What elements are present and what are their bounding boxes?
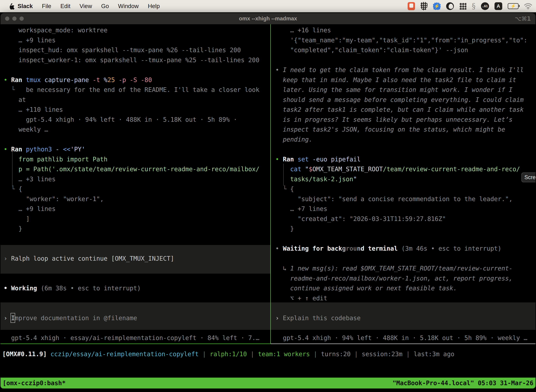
terminal-row: gpt-5.4 xhigh · essay/ai-reimplementatio… <box>4 334 259 341</box>
terminal-row: readme-and-reco/mailbox/worker-1.json, a… <box>275 275 513 282</box>
pane-divider[interactable] <box>270 24 271 344</box>
terminal-row: keep that in mind. Maybe I also need the… <box>275 76 516 84</box>
terminal-row: "created_at": "2026-03-31T11:59:27.816Z" <box>275 215 446 222</box>
menu-bar: SlackFileEditViewGoWindowHelp ⚡ § ..61 A… <box>0 0 536 12</box>
battery-percent-badge-icon[interactable]: ..61 <box>481 2 489 10</box>
tmux-session-label[interactable]: [omx-cczip0:bash* <box>3 379 66 387</box>
terminal-row: p = Path('.omx/state/team/review-current… <box>4 166 259 173</box>
shield-grid-icon[interactable] <box>421 2 427 10</box>
terminal-row: "worker": "worker-1", <box>4 196 104 202</box>
terminal-row: › Explain this codebase <box>275 315 361 322</box>
menu-item-file[interactable]: File <box>42 3 51 9</box>
left-pane-border <box>0 344 271 344</box>
terminal-row: … +7 lines <box>275 205 327 212</box>
input-source-icon[interactable]: A <box>494 2 502 10</box>
terminal-row: › Improve documentation in @filename <box>4 315 137 322</box>
menu-item-window[interactable]: Window <box>118 3 139 9</box>
terminal-row: cat "$OMX_TEAM_STATE_ROOT/team/review-cu… <box>275 166 520 173</box>
terminal-row: } <box>4 225 22 232</box>
terminal-row: pending. <box>275 136 312 143</box>
messenger-icon[interactable]: ⚡ <box>433 2 441 10</box>
charging-bolt-icon: ⚡ <box>511 4 516 8</box>
dark-mode-moon-icon[interactable] <box>446 2 454 10</box>
left-pane-buffer[interactable]: workspace_mode: worktree … +9 lines insp… <box>0 25 270 344</box>
terminal-row: … +110 lines <box>4 106 63 113</box>
screen: SlackFileEditViewGoWindowHelp ⚡ § ..61 A… <box>0 0 536 392</box>
terminal-row: ] <box>4 215 30 222</box>
terminal-row: task2 after task1 is complete, but can I… <box>275 106 524 113</box>
terminal-row: weekly … <box>4 126 48 133</box>
terminal-row: inspect_worker-1: omx sparkshell --tmux-… <box>4 56 259 64</box>
terminal-row: '{"team_name":"my-team","task_id":"1","f… <box>275 37 527 44</box>
battery-charging-icon[interactable]: ⚡ <box>508 3 519 9</box>
terminal-row: "subject": "send a concise recommendatio… <box>275 196 513 202</box>
apple-logo-icon[interactable] <box>9 3 14 10</box>
tmux-status-bar[interactable]: [omx-cczip0:bash* "MacBook-Pro-44.local"… <box>0 378 536 388</box>
terminal-row: └ { <box>4 186 22 192</box>
terminal-row: • Working (6m 38s • esc to interrupt) <box>4 285 141 292</box>
terminal-row: └ { <box>275 186 294 192</box>
terminal-row: › Ralph loop active continue [OMX_TMUX_I… <box>4 255 174 262</box>
terminal-row: • Ran set -euo pipefail <box>275 156 361 163</box>
tmux-host-clock: "MacBook-Pro-44.local" 05:03 31-Mar-26 <box>392 379 533 387</box>
terminal-row: workspace_mode: worktree <box>4 27 107 34</box>
terminal-row: gpt-5.4 xhigh · 94% left · 488K in · 5.1… <box>275 334 527 341</box>
screen-tooltip: Scre <box>522 173 536 182</box>
terminal-row: • Ran tmux capture-pane -t %25 -p -S -80 <box>4 76 152 84</box>
terminal-row: from pathlib import Path <box>4 156 107 163</box>
terminal-row: • I need to get the claim token from the… <box>275 66 524 73</box>
menu-bar-status-icons: ⚡ § ..61 A ⚡ <box>408 2 532 10</box>
terminal-row: inspect_hud: omx sparkshell --tmux-pane … <box>4 47 241 54</box>
right-pane-border <box>271 344 536 344</box>
omx-status-line: [OMX#0.11.9] cczip/essay/ai-reimplementa… <box>0 349 536 359</box>
window-shortcut-badge: ⌥⌘1 <box>515 13 531 24</box>
window-title: omx --xhigh --madmax <box>0 13 536 24</box>
terminal-row: ↳ 1 new msg(s): read $OMX_TEAM_STATE_ROO… <box>275 265 513 272</box>
terminal-row: … +9 lines <box>4 37 56 44</box>
window-titlebar[interactable]: omx --xhigh --madmax ⌥⌘1 <box>0 13 536 24</box>
terminal-row: should send a message before completing … <box>275 96 524 103</box>
app-menus: SlackFileEditViewGoWindowHelp <box>18 3 160 9</box>
terminal-row: gpt-5.4 xhigh · 94% left · 488K in · 5.1… <box>4 116 237 123</box>
terminal-row: is in progress? It seems likely but perh… <box>275 116 513 123</box>
menu-item-help[interactable]: Help <box>148 3 160 9</box>
terminal-row: inspect task2's JSON, focusing on the st… <box>275 126 505 133</box>
terminal-row: • Ran python3 - <<'PY' <box>4 146 85 153</box>
terminal-row: "completed","claim_token":"claim-token"}… <box>275 47 468 54</box>
menu-item-slack[interactable]: Slack <box>18 3 33 9</box>
dots-grid-icon[interactable] <box>459 3 466 10</box>
terminal-row: • Waiting for background terminal (3m 46… <box>275 245 501 252</box>
terminal-row: … +16 lines <box>275 27 331 34</box>
squiggle-icon[interactable]: § <box>472 2 475 10</box>
right-pane-buffer[interactable]: … +16 lines '{"team_name":"my-team","tas… <box>272 25 536 344</box>
menu-item-edit[interactable]: Edit <box>60 3 70 9</box>
terminal-row: tasks/task-2.json" <box>275 176 357 183</box>
screen-mirroring-icon[interactable] <box>408 2 415 10</box>
terminal-row: ⌥ + ↑ edit <box>275 295 327 302</box>
wifi-icon[interactable] <box>524 3 532 9</box>
terminal-window: omx --xhigh --madmax ⌥⌘1 workspace_mode:… <box>0 13 536 388</box>
tooltip-label: Scre <box>524 174 536 181</box>
terminal-row: … +3 lines <box>4 176 56 183</box>
terminal-row: later. Using the same for transition mig… <box>275 86 513 93</box>
terminal-content[interactable]: workspace_mode: worktree … +9 lines insp… <box>0 24 536 388</box>
terminal-row: └ be necessary for the end of the README… <box>4 86 259 93</box>
terminal-row: … +9 lines <box>4 205 56 212</box>
terminal-row: } <box>275 225 294 232</box>
terminal-row: at <box>4 96 26 103</box>
menu-item-go[interactable]: Go <box>101 3 109 9</box>
menu-item-view[interactable]: View <box>80 3 92 9</box>
terminal-row: continue assigned work or next feasible … <box>275 285 457 292</box>
